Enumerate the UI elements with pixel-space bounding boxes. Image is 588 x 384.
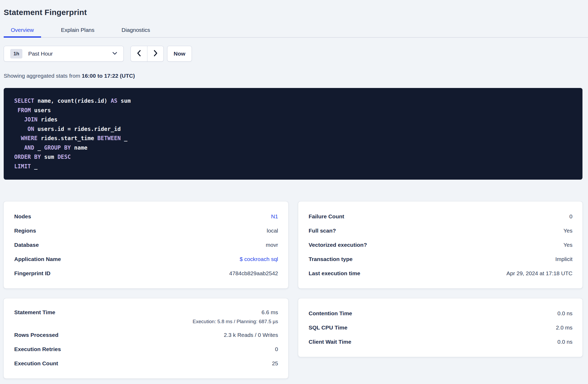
- vectorized-execution-value: Yes: [564, 242, 572, 248]
- table-row: Contention Time 0.0 ns: [298, 306, 583, 321]
- fingerprint-id-value: 4784cb829aab2542: [229, 270, 278, 277]
- now-button[interactable]: Now: [167, 46, 192, 62]
- aggregated-stats-range: 16:00 to 17:22 (UTC): [82, 73, 135, 79]
- table-row: Failure Count 0: [298, 209, 583, 224]
- table-row: Database movr: [4, 238, 288, 252]
- statement-time-label: Statement Time: [14, 309, 55, 316]
- execution-count-value: 25: [272, 360, 278, 367]
- regions-label: Regions: [14, 228, 36, 234]
- time-range-duration-badge: 1h: [10, 49, 22, 58]
- stats-cards-grid: Nodes N1 Regions local Database movr App…: [4, 201, 582, 378]
- last-execution-time-label: Last execution time: [309, 270, 360, 277]
- statement-fingerprint-page: Statement Fingerprint Overview Explain P…: [0, 8, 588, 378]
- contention-time-value: 0.0 ns: [557, 310, 572, 317]
- chevron-left-icon: [136, 50, 142, 58]
- statement-time-breakdown: Execution: 5.8 ms / Planning: 687.5 µs: [4, 318, 288, 328]
- application-name-link[interactable]: $ cockroach sql: [240, 256, 278, 262]
- failure-count-label: Failure Count: [309, 213, 344, 220]
- table-row: Transaction type Implicit: [298, 252, 583, 266]
- table-row: Last execution time Apr 29, 2024 at 17:1…: [298, 266, 583, 280]
- time-controls: 1h Past Hour Now: [4, 46, 582, 62]
- tab-overview[interactable]: Overview: [4, 27, 41, 38]
- aggregated-stats-prefix: Showing aggregated stats from: [4, 73, 82, 79]
- rows-processed-value: 2.3 k Reads / 0 Writes: [224, 332, 278, 338]
- table-row: Execution Retries 0: [4, 342, 288, 356]
- sql-line: JOIN rides: [14, 115, 572, 125]
- transaction-type-label: Transaction type: [309, 256, 353, 262]
- table-row: Fingerprint ID 4784cb829aab2542: [4, 266, 288, 280]
- vectorized-execution-label: Vectorized execution?: [309, 242, 367, 248]
- sql-line: FROM users: [14, 106, 572, 115]
- full-scan-label: Full scan?: [309, 228, 336, 234]
- client-wait-time-value: 0.0 ns: [557, 339, 572, 345]
- execution-count-label: Execution Count: [14, 360, 58, 367]
- contention-time-label: Contention Time: [309, 310, 352, 317]
- execution-attributes-card: Failure Count 0 Full scan? Yes Vectorize…: [298, 201, 583, 288]
- regions-value: local: [267, 228, 278, 234]
- table-row: Statement Time 6.6 ms: [4, 306, 288, 318]
- sql-line: ORDER BY sum DESC: [14, 152, 572, 162]
- table-row: Execution Count 25: [4, 356, 288, 371]
- table-row: Rows Processed 2.3 k Reads / 0 Writes: [4, 328, 288, 342]
- sql-line: WHERE rides.start_time BETWEEN _: [14, 134, 572, 143]
- sql-line: SELECT name, count(rides.id) AS sum: [14, 96, 572, 106]
- tab-bar: Overview Explain Plans Diagnostics: [4, 27, 588, 38]
- failure-count-value: 0: [569, 213, 572, 220]
- table-row: Regions local: [4, 224, 288, 238]
- statement-time-value: 6.6 ms: [261, 309, 278, 316]
- tab-diagnostics[interactable]: Diagnostics: [114, 27, 157, 38]
- nodes-label: Nodes: [14, 213, 31, 220]
- prev-time-interval-button[interactable]: [131, 46, 147, 61]
- execution-retries-value: 0: [275, 346, 278, 352]
- execution-retries-label: Execution Retries: [14, 346, 61, 352]
- sql-cpu-time-value: 2.0 ms: [556, 324, 572, 331]
- sql-line: LIMIT _: [14, 162, 572, 171]
- statement-details-card: Nodes N1 Regions local Database movr App…: [4, 201, 288, 288]
- transaction-type-value: Implicit: [555, 256, 572, 262]
- table-row: Client Wait Time 0.0 ns: [298, 335, 583, 349]
- wait-times-card: Contention Time 0.0 ns SQL CPU Time 2.0 …: [298, 298, 583, 357]
- page-title: Statement Fingerprint: [4, 8, 582, 17]
- sql-line: ON users.id = rides.rider_id: [14, 125, 572, 134]
- aggregated-stats-summary: Showing aggregated stats from 16:00 to 1…: [4, 73, 582, 79]
- next-time-interval-button[interactable]: [147, 46, 163, 61]
- client-wait-time-label: Client Wait Time: [309, 339, 351, 345]
- table-row: SQL CPU Time 2.0 ms: [298, 321, 583, 335]
- full-scan-value: Yes: [564, 228, 572, 234]
- database-label: Database: [14, 242, 39, 248]
- tab-explain-plans[interactable]: Explain Plans: [54, 27, 102, 38]
- time-interval-pager: [131, 46, 164, 62]
- rows-processed-label: Rows Processed: [14, 332, 58, 338]
- table-row: Nodes N1: [4, 209, 288, 224]
- table-row: Application Name $ cockroach sql: [4, 252, 288, 266]
- chevron-down-icon: [112, 51, 117, 56]
- fingerprint-id-label: Fingerprint ID: [14, 270, 51, 277]
- database-value: movr: [266, 242, 278, 248]
- sql-cpu-time-label: SQL CPU Time: [309, 324, 347, 331]
- statement-timing-card: Statement Time 6.6 ms Execution: 5.8 ms …: [4, 298, 288, 378]
- table-row: Full scan? Yes: [298, 224, 583, 238]
- time-range-label: Past Hour: [28, 51, 112, 57]
- table-row: Vectorized execution? Yes: [298, 238, 583, 252]
- application-name-label: Application Name: [14, 256, 61, 262]
- last-execution-time-value: Apr 29, 2024 at 17:18 UTC: [506, 270, 572, 277]
- sql-line: AND _ GROUP BY name: [14, 143, 572, 153]
- sql-statement-box: SELECT name, count(rides.id) AS sum FROM…: [4, 88, 582, 180]
- nodes-link[interactable]: N1: [271, 213, 278, 220]
- time-range-dropdown[interactable]: 1h Past Hour: [4, 46, 124, 62]
- chevron-right-icon: [153, 50, 158, 58]
